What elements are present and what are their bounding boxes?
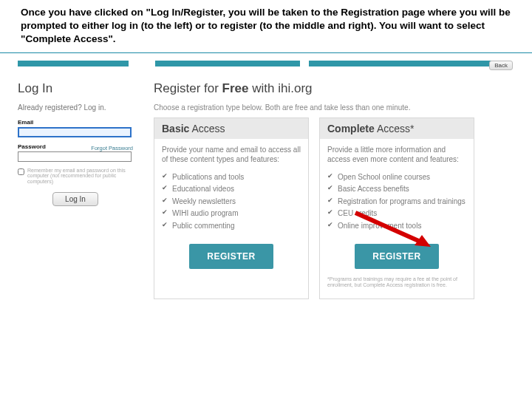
email-label: Email — [18, 119, 133, 126]
teal-segment — [155, 61, 300, 66]
login-panel: Log In Already registered? Log in. Email… — [18, 81, 133, 299]
basic-blurb: Provide your name and email to access al… — [162, 145, 301, 164]
register-panel: Register for Free with ihi.org Choose a … — [154, 81, 513, 299]
feature-item: Online improvement tools — [327, 220, 466, 233]
password-label: Password — [18, 143, 46, 150]
login-title: Log In — [18, 81, 133, 96]
complete-card-header: Complete Access* — [320, 118, 474, 139]
register-title-post: with ihi.org — [249, 81, 313, 95]
complete-head-bold: Complete — [327, 123, 375, 134]
complete-head-rest: Access* — [375, 123, 415, 134]
register-subtitle: Choose a registration type below. Both a… — [154, 103, 513, 112]
complete-fineprint: *Programs and trainings may require a fe… — [327, 276, 466, 287]
feature-item: Open School online courses — [327, 171, 466, 184]
teal-segment — [18, 61, 129, 66]
complete-blurb: Provide a little more information and ac… — [327, 145, 466, 164]
basic-register-button[interactable]: REGISTER — [189, 244, 273, 269]
remember-row: Remember my email and password on this c… — [18, 168, 133, 185]
feature-item: WIHI audio program — [162, 208, 301, 220]
register-title: Register for Free with ihi.org — [154, 81, 513, 96]
basic-feature-list: Publications and tools Educational video… — [162, 171, 301, 233]
embedded-screenshot: Back Log In Already registered? Log in. … — [0, 53, 532, 305]
complete-feature-list: Open School online courses Basic Access … — [327, 171, 466, 233]
password-field[interactable] — [18, 151, 132, 162]
back-button[interactable]: Back — [489, 61, 513, 70]
feature-item: Educational videos — [162, 183, 301, 196]
complete-register-button[interactable]: REGISTER — [355, 244, 438, 269]
register-title-pre: Register for — [154, 81, 222, 95]
login-subtitle: Already registered? Log in. — [18, 103, 133, 112]
email-field[interactable] — [18, 127, 132, 137]
basic-access-card: Basic Access Provide your name and email… — [154, 117, 309, 299]
login-button[interactable]: Log In — [52, 192, 98, 206]
remember-checkbox[interactable] — [18, 168, 24, 175]
feature-item: Publications and tools — [162, 171, 301, 184]
feature-item: Registration for programs and trainings — [327, 196, 466, 208]
instruction-text: Once you have clicked on "Log In/Registe… — [0, 0, 532, 51]
basic-head-bold: Basic — [162, 123, 189, 134]
teal-segment — [309, 61, 492, 66]
complete-access-card: Complete Access* Provide a little more i… — [319, 117, 474, 299]
basic-card-header: Basic Access — [154, 118, 308, 139]
top-bar: Back — [18, 61, 513, 74]
basic-head-rest: Access — [189, 123, 225, 134]
feature-item: Basic Access benefits — [327, 183, 466, 196]
forgot-password-link[interactable]: Forgot Password — [91, 145, 133, 151]
register-title-free: Free — [222, 81, 249, 95]
feature-item: Weekly newsletters — [162, 196, 301, 208]
feature-item: Public commenting — [162, 220, 301, 233]
feature-item: CEU credits — [327, 208, 466, 220]
remember-label: Remember my email and password on this c… — [27, 168, 133, 185]
